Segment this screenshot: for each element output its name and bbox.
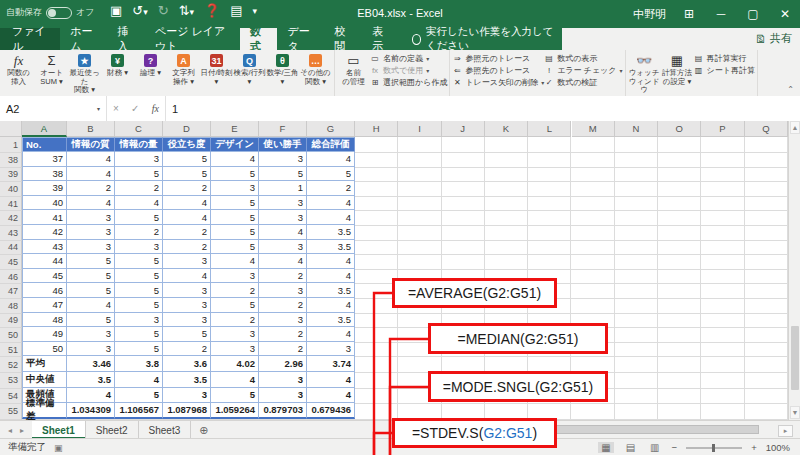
cell[interactable]: 4 xyxy=(163,210,211,225)
ribbon-display-options-icon[interactable]: ⊞ xyxy=(680,7,698,21)
row-header-1[interactable]: 1 xyxy=(0,137,22,153)
column-header-E[interactable]: E xyxy=(211,121,259,137)
tab-ページ レイアウト[interactable]: ページ レイアウト xyxy=(145,28,240,50)
cell[interactable]: 3.5 xyxy=(307,225,355,240)
row-header-48[interactable]: 48 xyxy=(0,299,22,314)
ribbon-button-オートSUM[interactable]: Σオート SUM ▾ xyxy=(35,51,68,86)
cell[interactable]: 5 xyxy=(115,388,163,404)
cell[interactable]: 5 xyxy=(115,298,163,313)
cell[interactable]: 4 xyxy=(307,269,355,284)
cell[interactable]: 情報の量 xyxy=(115,137,163,152)
row-header-47[interactable]: 47 xyxy=(0,284,22,299)
cell[interactable]: 2 xyxy=(211,283,259,298)
ribbon-button-名前の定義[interactable]: ▭名前の定義▾ xyxy=(370,53,447,64)
autosave-toggle[interactable]: 自動保存 オフ xyxy=(6,6,94,19)
cell[interactable]: 1.087968 xyxy=(163,403,211,419)
column-header-H[interactable]: H xyxy=(355,121,398,137)
cell[interactable]: 2 xyxy=(67,181,115,196)
cell[interactable]: 4 xyxy=(259,225,307,240)
cell[interactable]: 4 xyxy=(307,196,355,211)
cell[interactable]: 5 xyxy=(67,313,115,328)
cell[interactable]: 3 xyxy=(259,196,307,211)
scroll-up-icon[interactable]: ▲ xyxy=(790,121,800,134)
cell[interactable]: 2 xyxy=(115,225,163,240)
cell[interactable]: 5 xyxy=(211,196,259,211)
cell[interactable]: 5 xyxy=(259,167,307,182)
cell[interactable]: 5 xyxy=(115,342,163,357)
cell[interactable]: No. xyxy=(22,137,67,152)
column-header-N[interactable]: N xyxy=(615,121,658,137)
column-header-P[interactable]: P xyxy=(701,121,744,137)
ribbon-button-トレース矢印の削除[interactable]: ✕トレース矢印の削除▾ xyxy=(452,77,544,88)
tab-ホーム[interactable]: ホーム xyxy=(60,28,107,50)
cell[interactable]: 5 xyxy=(163,152,211,167)
column-header-C[interactable]: C xyxy=(115,121,163,137)
cell[interactable]: 3 xyxy=(163,313,211,328)
confirm-entry-icon[interactable]: ✓ xyxy=(131,103,139,114)
cell[interactable]: 5 xyxy=(67,269,115,284)
cell[interactable]: 3 xyxy=(115,240,163,255)
cell[interactable]: 5 xyxy=(115,269,163,284)
cell[interactable]: 45 xyxy=(22,269,67,284)
cell[interactable]: 5 xyxy=(115,254,163,269)
column-header-M[interactable]: M xyxy=(572,121,615,137)
column-header-F[interactable]: F xyxy=(259,121,307,137)
row-header-55[interactable]: 55 xyxy=(0,404,22,420)
cell[interactable]: 3 xyxy=(259,240,307,255)
tell-me-box[interactable]: 実行したい作業を入力してください xyxy=(400,28,562,50)
cell[interactable]: 38 xyxy=(22,167,67,182)
cell[interactable]: 46 xyxy=(22,283,67,298)
cell[interactable]: 3 xyxy=(115,313,163,328)
row-header-41[interactable]: 41 xyxy=(0,197,22,212)
cell[interactable]: 4 xyxy=(307,254,355,269)
cell[interactable]: 1 xyxy=(259,181,307,196)
insert-function-fx-icon[interactable]: fx xyxy=(152,103,159,114)
accessibility-icon[interactable]: ▣ xyxy=(54,443,63,453)
ribbon-button-参照先のトレース[interactable]: ⇐参照先のトレース xyxy=(452,65,544,76)
cell[interactable]: 0.679436 xyxy=(307,403,355,419)
cell[interactable]: 49 xyxy=(22,327,67,342)
cell[interactable]: 2 xyxy=(163,342,211,357)
cell[interactable]: 役立ち度 xyxy=(163,137,211,152)
ribbon-button-その他の関数[interactable]: …その他の 関数 ▾ xyxy=(299,51,332,86)
ribbon-button-論理[interactable]: ?論理 ▾ xyxy=(134,51,167,78)
row-header-51[interactable]: 51 xyxy=(0,343,22,358)
cell[interactable]: 4 xyxy=(67,152,115,167)
namebox-dropdown-icon[interactable]: ▾ xyxy=(97,105,100,112)
cell[interactable]: 3 xyxy=(67,240,115,255)
cell[interactable]: 3.6 xyxy=(163,356,211,372)
cell[interactable]: 平均 xyxy=(22,356,67,372)
cell[interactable]: 2 xyxy=(307,181,355,196)
cell[interactable]: 3 xyxy=(163,388,211,404)
cell[interactable]: 1.034309 xyxy=(67,403,115,419)
cell[interactable]: 3.8 xyxy=(115,356,163,372)
cell[interactable]: 4 xyxy=(163,269,211,284)
tab-表示[interactable]: 表示 xyxy=(362,28,400,50)
cell[interactable]: 3 xyxy=(259,152,307,167)
row-header-42[interactable]: 42 xyxy=(0,211,22,226)
cell[interactable]: 4 xyxy=(67,167,115,182)
cell[interactable]: 3 xyxy=(67,327,115,342)
select-all-corner[interactable] xyxy=(0,121,22,137)
cell[interactable]: 5 xyxy=(307,167,355,182)
collapse-ribbon-icon[interactable]: ⌃ xyxy=(787,85,794,94)
cell[interactable]: デザイン xyxy=(211,137,259,152)
cell[interactable]: 3 xyxy=(259,372,307,388)
cell[interactable]: 43 xyxy=(22,240,67,255)
cell[interactable]: 2 xyxy=(115,181,163,196)
cell[interactable]: 5 xyxy=(211,167,259,182)
cell[interactable]: 48 xyxy=(22,313,67,328)
save-icon[interactable]: ▣ xyxy=(110,3,122,18)
cell[interactable]: 5 xyxy=(115,210,163,225)
cell[interactable]: 3 xyxy=(67,342,115,357)
vertical-scrollbar[interactable]: ▲ ▼ xyxy=(788,121,800,420)
cell[interactable]: 情報の質 xyxy=(67,137,115,152)
cell[interactable]: 4.02 xyxy=(211,356,259,372)
row-header-53[interactable]: 53 xyxy=(0,373,22,389)
cell[interactable]: 3 xyxy=(259,388,307,404)
zoom-level[interactable]: 100% xyxy=(766,442,790,453)
scroll-down-icon[interactable]: ▼ xyxy=(790,406,800,419)
normal-view-icon[interactable]: ▦ xyxy=(598,442,613,453)
cell[interactable]: 2 xyxy=(163,240,211,255)
column-header-L[interactable]: L xyxy=(528,121,571,137)
